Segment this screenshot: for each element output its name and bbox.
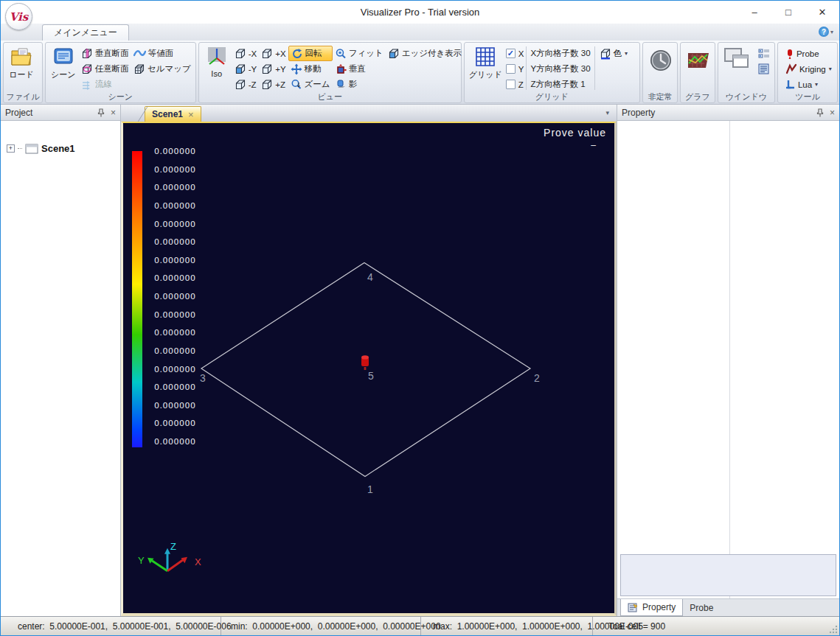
grid-x-checkbox[interactable]: ✓ X	[506, 46, 524, 61]
grid-x-count[interactable]: X方向格子数 30	[529, 46, 591, 61]
status-total-cells: Toal cell = 900	[593, 617, 839, 635]
isosurface-button[interactable]: 等値面	[131, 46, 193, 61]
grid-button[interactable]: グリッド	[467, 44, 504, 82]
viewport-3d[interactable]: 4 2 1 3 5	[123, 123, 614, 613]
tab-probe[interactable]: Probe	[683, 599, 720, 616]
tab-close-icon[interactable]: ×	[188, 109, 194, 120]
view-group-label: ビュー	[199, 91, 461, 102]
edge-display-button[interactable]: エッジ付き表示 ▾	[386, 46, 471, 61]
iso-view-button[interactable]: Iso	[201, 44, 232, 80]
arbitrary-section-label: 任意断面	[95, 63, 129, 74]
kriging-label: Kriging	[799, 65, 826, 74]
vertical-button[interactable]: 垂直	[333, 61, 386, 77]
maximize-button[interactable]: □	[771, 1, 805, 24]
property-panel-tabs: Property Probe	[617, 598, 839, 616]
view-minus-x-button[interactable]: -X	[232, 46, 260, 61]
ribbon-group-tools: Probe Kriging ▾ Lua ▾	[777, 42, 838, 103]
ribbon-group-graph: グラフ	[680, 42, 715, 103]
grid-button-label: グリッド	[469, 69, 502, 80]
property-panel: Property ×	[617, 105, 839, 616]
move-icon	[291, 63, 302, 75]
window-list-button[interactable]	[756, 61, 772, 77]
edge-display-label: エッジ付き表示	[402, 48, 462, 59]
grid-color-button[interactable]: 色 ▾	[597, 46, 631, 61]
main-area: Project × + Scene1	[1, 105, 839, 616]
tree-node-label[interactable]: Scene1	[41, 143, 75, 154]
tab-property[interactable]: Property	[620, 599, 683, 616]
vertical-section-button[interactable]: 垂直断面	[79, 46, 131, 61]
color-scale-labels: 0.000000 0.000000 0.000000 0.000000 0.00…	[154, 147, 196, 447]
lua-label: Lua	[798, 80, 812, 89]
move-button[interactable]: 移動	[288, 61, 333, 77]
tile-windows-icon	[723, 46, 752, 72]
grid-z-checkbox[interactable]: Z	[506, 77, 524, 92]
close-button[interactable]: ✕	[805, 1, 839, 24]
graph-button[interactable]	[683, 44, 714, 77]
unsteady-button[interactable]	[645, 44, 676, 77]
shadow-button[interactable]: 影	[333, 77, 386, 92]
checkbox-checked-icon: ✓	[506, 49, 516, 58]
property-tab-icon	[628, 603, 639, 612]
lua-button[interactable]: Lua ▾	[783, 77, 834, 92]
grid-z-count[interactable]: Z方向格子数 1	[529, 77, 591, 92]
view-plus-z-button[interactable]: +Z	[259, 77, 288, 92]
tab-list-dropdown-icon[interactable]: ▾	[605, 109, 609, 116]
help-button[interactable]: ? ▾	[819, 27, 833, 37]
tile-windows-button[interactable]	[721, 44, 754, 74]
project-panel-title: Project	[5, 108, 32, 118]
property-grid[interactable]	[617, 121, 839, 598]
probe-marker[interactable]	[361, 355, 369, 370]
fit-icon	[335, 48, 347, 60]
scene-button[interactable]: シーン	[48, 44, 79, 82]
view-minus-y-button[interactable]: -Y	[232, 61, 260, 77]
window-layout-button[interactable]	[756, 46, 772, 61]
help-icon: ?	[819, 27, 829, 37]
colorbar-label: 0.000000	[154, 311, 196, 320]
fit-button[interactable]: フィット	[333, 46, 386, 61]
view-plus-x-label: +X	[275, 49, 285, 58]
fit-label: フィット	[349, 48, 383, 59]
probe-readout-title: Prove value	[544, 127, 606, 139]
lua-icon	[785, 79, 796, 90]
probe-button[interactable]: Probe	[783, 46, 834, 61]
vertical-icon	[335, 63, 347, 75]
separator	[594, 46, 595, 90]
view-plus-x-button[interactable]: +X	[259, 46, 288, 61]
view-plus-y-button[interactable]: +Y	[259, 61, 288, 77]
view-minus-y-label: -Y	[249, 65, 257, 74]
kriging-button[interactable]: Kriging ▾	[783, 61, 834, 77]
grid-y-checkbox[interactable]: Y	[506, 61, 524, 77]
document-tab-scene1[interactable]: Scene1 ×	[145, 106, 201, 122]
tab-main-menu[interactable]: メインメニュー	[42, 24, 129, 41]
resize-grip[interactable]	[829, 625, 838, 634]
close-panel-icon[interactable]: ×	[111, 108, 116, 118]
tree-expander-icon[interactable]: +	[7, 144, 15, 153]
minimize-button[interactable]: –	[737, 1, 771, 24]
pin-icon[interactable]	[97, 108, 105, 117]
tree-node-scene1[interactable]: + Scene1	[1, 143, 120, 154]
view-minus-z-button[interactable]: -Z	[232, 77, 260, 92]
axis-x-label: X	[195, 556, 201, 567]
load-button[interactable]: ロード	[6, 44, 37, 82]
status-max: max: 1.00000E+000, 1.00000E+000, 1.00000…	[421, 617, 593, 635]
property-grid-divider	[729, 121, 730, 598]
arbitrary-section-button[interactable]: 任意断面	[79, 61, 131, 77]
iso-view-label: Iso	[211, 69, 222, 78]
close-panel-icon[interactable]: ×	[830, 108, 835, 118]
probe-label: Probe	[796, 49, 819, 58]
rotate-button[interactable]: 回転	[288, 46, 333, 61]
grid-color-label: 色	[614, 48, 622, 59]
cube-plus-z-icon	[261, 79, 273, 91]
zoom-button[interactable]: ズーム	[288, 77, 333, 92]
pin-icon[interactable]	[816, 108, 824, 117]
clock-icon	[648, 46, 673, 75]
app-logo-icon[interactable]: Vis	[5, 3, 32, 30]
cellmap-button[interactable]: セルマップ	[131, 61, 193, 77]
window-title: Visualizer Pro - Trial version	[1, 7, 839, 18]
project-panel-header: Project ×	[1, 105, 120, 121]
probe-readout: Prove value –	[544, 127, 606, 150]
isosurface-label: 等値面	[148, 48, 174, 59]
colorbar-label: 0.000000	[154, 419, 196, 428]
grid-y-count[interactable]: Y方向格子数 30	[529, 61, 591, 77]
ribbon: ロード ファイル シーン 垂直断面	[1, 41, 839, 105]
